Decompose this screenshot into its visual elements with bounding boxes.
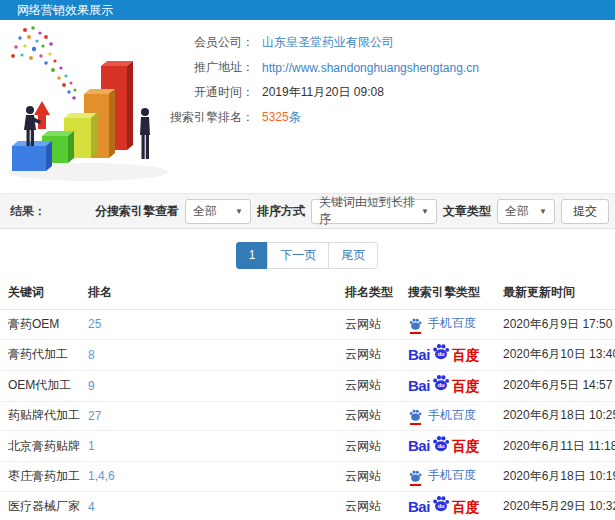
rank-link[interactable]: 9	[88, 379, 95, 393]
updated-cell: 2020年6月5日 14:57	[495, 370, 615, 401]
rank-link[interactable]: 8	[88, 348, 95, 362]
businessman-right	[140, 108, 150, 159]
baidu-logo: Baidu百度	[408, 436, 480, 456]
updated-cell: 2020年6月18日 10:19	[495, 462, 615, 492]
baidu-logo: Baidu百度	[408, 345, 480, 365]
last-page-button[interactable]: 尾页	[328, 242, 378, 269]
engine-cell: Baidu百度	[400, 370, 495, 401]
engine-cell: Baidu百度	[400, 339, 495, 370]
chevron-down-icon: ▼	[229, 207, 243, 216]
rank-type-cell: 云网站	[337, 401, 400, 431]
filter-group: 分搜索引擎查看 全部 ▼ 排序方式 关键词由短到长排序 ▼ 文章类型 全部 ▼ …	[95, 199, 609, 224]
rank-link[interactable]: 4	[88, 500, 95, 514]
baidu-cn-text: 百度	[452, 376, 480, 396]
baidu-logo: Baidu百度	[408, 497, 480, 517]
up-arrow	[34, 101, 50, 129]
rank-type-cell: 云网站	[337, 462, 400, 492]
baidu-cn-text: 百度	[452, 497, 480, 517]
promo-url-link[interactable]: http://www.shandonghuangshengtang.cn	[262, 61, 479, 75]
mobile-baidu-label: 手机百度	[428, 467, 476, 484]
baidu-paw-icon: du	[431, 434, 451, 453]
col-engine-type: 搜索引擎类型	[400, 276, 495, 310]
baidu-cn-text: 百度	[452, 345, 480, 365]
mobile-baidu-paw-icon	[408, 317, 423, 331]
rank-type-cell: 云网站	[337, 491, 400, 520]
svg-text:du: du	[437, 443, 445, 449]
rank-link[interactable]: 1,4,6	[88, 469, 115, 483]
article-type-select[interactable]: 全部 ▼	[497, 199, 555, 224]
keyword-cell: 医疗器械厂家	[0, 491, 80, 520]
article-type-label: 文章类型	[443, 203, 491, 220]
baidu-bai-text: Bai	[408, 345, 430, 365]
company-label: 会员公司：	[170, 34, 254, 51]
sort-select[interactable]: 关键词由短到长排序 ▼	[311, 199, 437, 224]
col-updated: 最新更新时间	[495, 276, 615, 310]
table-row: 药贴牌代加工 27 云网站 手机百度 2020年6月18日 10:25	[0, 401, 615, 431]
mobile-baidu-paw-icon	[408, 408, 423, 422]
svg-text:du: du	[437, 351, 445, 357]
article-type-select-value: 全部	[505, 203, 529, 220]
rank-type-cell: 云网站	[337, 310, 400, 340]
table-row: OEM代加工 9 云网站 Baidu百度 2020年6月5日 14:57	[0, 370, 615, 401]
engine-rank-row: 搜索引擎排名： 5325条	[170, 109, 479, 126]
baidu-paw-icon: du	[431, 342, 451, 361]
rank-link[interactable]: 25	[88, 317, 101, 331]
mobile-baidu-paw-icon	[408, 469, 423, 483]
promo-url-label: 推广地址：	[170, 59, 254, 76]
engine-cell: 手机百度	[400, 310, 495, 340]
engine-cell: Baidu百度	[400, 431, 495, 462]
open-time-label: 开通时间：	[170, 84, 254, 101]
open-time-row: 开通时间： 2019年11月20日 09:08	[170, 84, 479, 101]
mobile-baidu-label: 手机百度	[428, 407, 476, 424]
keyword-cell: 北京膏药贴牌	[0, 431, 80, 462]
promo-url-row: 推广地址： http://www.shandonghuangshengtang.…	[170, 59, 479, 76]
table-header-row: 关键词 排名 排名类型 搜索引擎类型 最新更新时间	[0, 276, 615, 310]
keyword-cell: 膏药OEM	[0, 310, 80, 340]
engine-cell: 手机百度	[400, 462, 495, 492]
table-row: 枣庄膏药加工 1,4,6 云网站 手机百度 2020年6月18日 10:19	[0, 462, 615, 492]
svg-text:du: du	[437, 382, 445, 388]
baidu-paw-icon: du	[431, 373, 451, 392]
updated-cell: 2020年6月9日 17:50	[495, 310, 615, 340]
col-rank-type: 排名类型	[337, 276, 400, 310]
page-title: 网络营销效果展示	[17, 3, 113, 17]
baidu-logo: Baidu百度	[408, 376, 480, 396]
results-table: 关键词 排名 排名类型 搜索引擎类型 最新更新时间 膏药OEM 25 云网站 手…	[0, 276, 615, 520]
company-row: 会员公司： 山东皇圣堂药业有限公司	[170, 34, 479, 51]
svg-text:du: du	[437, 503, 445, 509]
engine-cell: Baidu百度	[400, 491, 495, 520]
company-link[interactable]: 山东皇圣堂药业有限公司	[262, 34, 394, 51]
chevron-down-icon: ▼	[533, 207, 547, 216]
chevron-down-icon: ▼	[415, 207, 429, 216]
rank-type-cell: 云网站	[337, 370, 400, 401]
pagination: 1 下一页 尾页	[0, 242, 615, 269]
filter-bar: 结果： 分搜索引擎查看 全部 ▼ 排序方式 关键词由短到长排序 ▼ 文章类型 全…	[0, 193, 615, 229]
keyword-cell: 药贴牌代加工	[0, 401, 80, 431]
engine-rank-count: 5325	[262, 110, 289, 124]
info-section: 会员公司： 山东皇圣堂药业有限公司 推广地址： http://www.shand…	[0, 20, 615, 193]
engine-rank-value: 5325条	[262, 109, 301, 126]
baidu-cn-text: 百度	[452, 436, 480, 456]
table-row: 医疗器械厂家 4 云网站 Baidu百度 2020年5月29日 10:32	[0, 491, 615, 520]
updated-cell: 2020年6月10日 13:40	[495, 339, 615, 370]
table-row: 北京膏药贴牌 1 云网站 Baidu百度 2020年6月11日 11:18	[0, 431, 615, 462]
col-rank: 排名	[80, 276, 337, 310]
engine-select[interactable]: 全部 ▼	[185, 199, 251, 224]
table-row: 膏药OEM 25 云网站 手机百度 2020年6月9日 17:50	[0, 310, 615, 340]
rank-link[interactable]: 1	[88, 439, 95, 453]
updated-cell: 2020年5月29日 10:32	[495, 491, 615, 520]
next-page-button[interactable]: 下一页	[267, 242, 329, 269]
sort-filter-label: 排序方式	[257, 203, 305, 220]
mobile-baidu-logo: 手机百度	[408, 407, 476, 424]
updated-cell: 2020年6月18日 10:25	[495, 401, 615, 431]
engine-cell: 手机百度	[400, 401, 495, 431]
rank-link[interactable]: 27	[88, 409, 101, 423]
mobile-baidu-logo: 手机百度	[408, 467, 476, 484]
growth-chart-graphic	[0, 22, 195, 190]
keyword-cell: 枣庄膏药加工	[0, 462, 80, 492]
mobile-baidu-label: 手机百度	[428, 315, 476, 332]
col-keyword: 关键词	[0, 276, 80, 310]
sort-select-value: 关键词由短到长排序	[319, 194, 415, 228]
submit-button[interactable]: 提交	[561, 199, 609, 224]
page-1-button[interactable]: 1	[236, 242, 269, 269]
